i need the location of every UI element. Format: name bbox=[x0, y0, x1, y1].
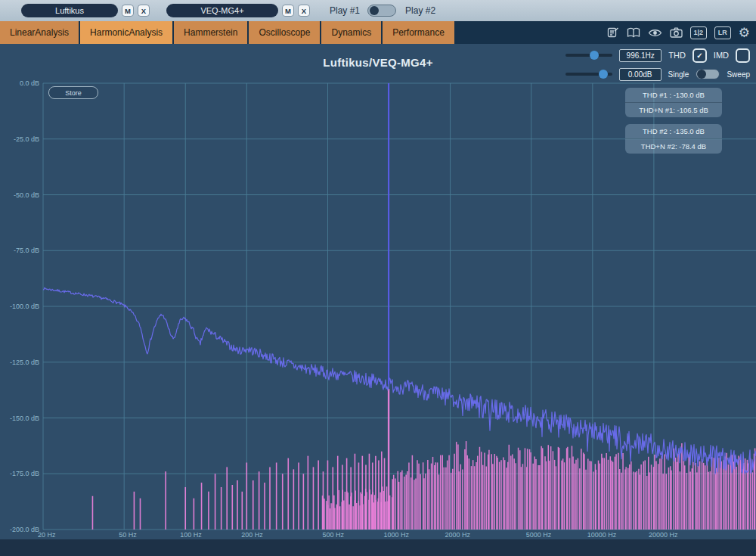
frequency-slider[interactable] bbox=[565, 54, 612, 57]
tab-harmonic-analysis[interactable]: HarmonicAnalysis bbox=[80, 21, 172, 44]
svg-text:100 Hz: 100 Hz bbox=[180, 531, 202, 539]
svg-text:-75.0 dB: -75.0 dB bbox=[14, 247, 39, 254]
thd-checkbox[interactable]: ✓ bbox=[692, 48, 707, 63]
svg-text:5000 Hz: 5000 Hz bbox=[526, 531, 552, 539]
slot1-close-button[interactable]: X bbox=[138, 5, 150, 17]
svg-text:2000 Hz: 2000 Hz bbox=[445, 531, 471, 539]
settings-gear-icon[interactable]: ⚙ bbox=[739, 26, 750, 39]
svg-text:-175.0 dB: -175.0 dB bbox=[10, 470, 39, 477]
frequency-row: 996.1Hz THD ✓ IMD bbox=[565, 48, 750, 62]
svg-text:50 Hz: 50 Hz bbox=[119, 531, 137, 539]
svg-text:500 Hz: 500 Hz bbox=[322, 531, 344, 539]
spectrum-chart: 0.0 dB-25.0 dB-50.0 dB-75.0 dB-100.0 dB-… bbox=[0, 44, 756, 539]
thdn2-value: THD+N #2: -78.4 dB bbox=[625, 138, 722, 154]
svg-text:-150.0 dB: -150.0 dB bbox=[10, 415, 39, 422]
bottom-bar bbox=[0, 539, 756, 556]
analysis-controls: 996.1Hz THD ✓ IMD 0.00dB Single Sweep bbox=[565, 48, 750, 81]
slot2-mute-button[interactable]: M bbox=[282, 5, 294, 17]
camera-icon[interactable] bbox=[670, 27, 683, 38]
slot1-mute-button[interactable]: M bbox=[122, 5, 134, 17]
tab-performance[interactable]: Performance bbox=[383, 21, 454, 44]
play2-label: Play #2 bbox=[405, 5, 435, 16]
single-sweep-switch[interactable] bbox=[696, 69, 720, 79]
level-row: 0.00dB Single Sweep bbox=[565, 67, 750, 81]
svg-text:-100.0 dB: -100.0 dB bbox=[10, 303, 39, 310]
thd2-value: THD #2 : -135.0 dB bbox=[625, 124, 722, 138]
frequency-slider-knob[interactable] bbox=[590, 51, 599, 60]
lr-channels-icon[interactable]: LR bbox=[714, 26, 731, 39]
tab-hammerstein[interactable]: Hammerstein bbox=[174, 21, 247, 44]
tab-oscilloscope[interactable]: Oscilloscope bbox=[249, 21, 320, 44]
thd-measurement-box-1: THD #1 : -130.0 dB THD+N #1: -106.5 dB bbox=[625, 88, 722, 117]
tab-bar: LinearAnalysis HarmonicAnalysis Hammerst… bbox=[0, 21, 756, 44]
svg-text:0.0 dB: 0.0 dB bbox=[20, 79, 39, 87]
svg-text:20 Hz: 20 Hz bbox=[38, 531, 56, 539]
notes-icon[interactable] bbox=[607, 26, 619, 39]
svg-text:-25.0 dB: -25.0 dB bbox=[14, 135, 39, 143]
compare-1-2-icon[interactable]: 1|2 bbox=[690, 26, 707, 39]
frequency-value[interactable]: 996.1Hz bbox=[619, 49, 662, 62]
svg-text:-50.0 dB: -50.0 dB bbox=[14, 191, 39, 199]
plugin-slot-2[interactable]: VEQ-MG4+ bbox=[166, 4, 278, 17]
single-label: Single bbox=[668, 70, 689, 79]
svg-text:20000 Hz: 20000 Hz bbox=[649, 531, 678, 539]
thd-label: THD bbox=[668, 51, 686, 60]
plugin-slot-1[interactable]: Luftikus bbox=[21, 4, 118, 17]
book-icon[interactable] bbox=[627, 27, 640, 39]
thdn1-value: THD+N #1: -106.5 dB bbox=[625, 102, 722, 117]
thd-measurement-box-2: THD #2 : -135.0 dB THD+N #2: -78.4 dB bbox=[625, 124, 722, 154]
single-sweep-knob[interactable] bbox=[697, 70, 706, 79]
level-value[interactable]: 0.00dB bbox=[619, 68, 662, 81]
sweep-label: Sweep bbox=[727, 70, 750, 79]
top-bar: Luftikus M X VEQ-MG4+ M X Play #1 Play #… bbox=[0, 0, 756, 21]
slot2-close-button[interactable]: X bbox=[298, 5, 310, 17]
toolbar-icons: 1|2 LR ⚙ bbox=[607, 21, 750, 44]
svg-text:-200.0 dB: -200.0 dB bbox=[10, 526, 39, 533]
eye-icon[interactable] bbox=[648, 28, 662, 38]
tab-dynamics[interactable]: Dynamics bbox=[321, 21, 381, 44]
play1-label: Play #1 bbox=[330, 5, 360, 16]
imd-checkbox[interactable] bbox=[736, 48, 750, 63]
svg-text:10000 Hz: 10000 Hz bbox=[587, 531, 617, 539]
level-slider-knob[interactable] bbox=[599, 70, 608, 79]
thd1-value: THD #1 : -130.0 dB bbox=[625, 88, 722, 102]
imd-label: IMD bbox=[714, 51, 729, 60]
svg-text:1000 Hz: 1000 Hz bbox=[384, 531, 410, 539]
svg-text:200 Hz: 200 Hz bbox=[241, 531, 263, 539]
level-slider[interactable] bbox=[565, 73, 612, 76]
play-toggle-knob[interactable] bbox=[370, 6, 379, 15]
svg-text:-125.0 dB: -125.0 dB bbox=[10, 359, 39, 366]
analyzer-panel: 0.0 dB-25.0 dB-50.0 dB-75.0 dB-100.0 dB-… bbox=[0, 44, 756, 539]
play-toggle[interactable] bbox=[367, 5, 396, 17]
tab-linear-analysis[interactable]: LinearAnalysis bbox=[0, 21, 79, 44]
store-button[interactable]: Store bbox=[48, 86, 98, 99]
